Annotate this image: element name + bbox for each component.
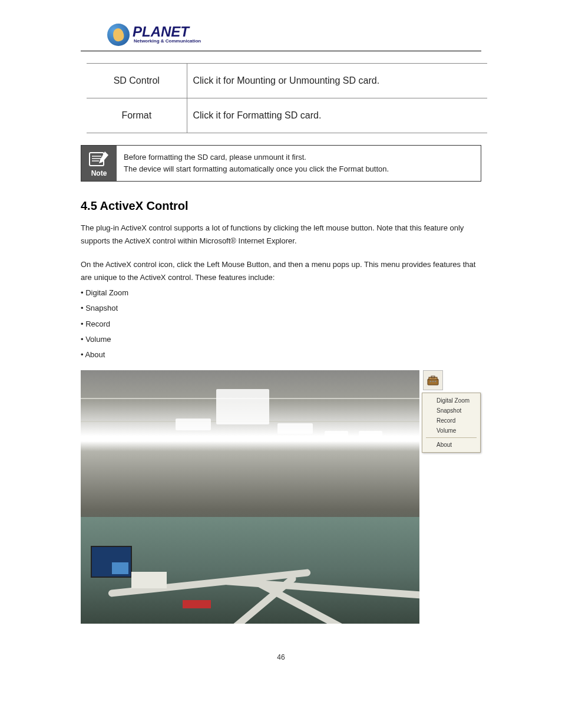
brand-name: PLANET [133, 26, 201, 38]
note-callout: Note Before formatting the SD card, plea… [81, 145, 481, 182]
paragraph-1: The plug-in ActiveX control supports a l… [81, 222, 481, 248]
menu-item-snapshot[interactable]: Snapshot [422, 406, 480, 416]
brand-tagline: Networking & Communication [134, 38, 201, 44]
bullet-item: • About [81, 348, 481, 361]
menu-item-volume[interactable]: Volume [422, 426, 480, 436]
cell-label: SD Control [87, 64, 187, 98]
note-icon [87, 149, 111, 168]
bullet-item: • Record [81, 318, 481, 331]
menu-item-about[interactable]: About [422, 440, 480, 450]
section-heading: 4.5 ActiveX Control [81, 199, 481, 213]
camera-live-view[interactable] [81, 370, 419, 624]
context-panel: Digital Zoom Snapshot Record Volume Abou… [422, 370, 481, 453]
spec-table: SD Control Click it for Mounting or Unmo… [87, 63, 487, 133]
svg-point-9 [435, 381, 437, 383]
note-text: Before formatting the SD card, please un… [117, 146, 396, 181]
document-page: PLANET Networking & Communication SD Con… [0, 0, 562, 697]
note-line-2: The device will start formatting automat… [124, 163, 389, 175]
note-line-1: Before formatting the SD card, please un… [124, 151, 389, 163]
cell-label: Format [87, 98, 187, 133]
note-icon-cell: Note [81, 146, 117, 181]
table-row: Format Click it for Formatting SD card. [87, 98, 487, 133]
bullet-item: • Digital Zoom [81, 286, 481, 299]
header-rule [81, 51, 481, 51]
bullet-item: • Volume [81, 333, 481, 346]
planet-globe-icon [107, 24, 130, 46]
context-menu: Digital Zoom Snapshot Record Volume Abou… [422, 393, 481, 453]
menu-separator [426, 437, 477, 438]
table-row: SD Control Click it for Mounting or Unmo… [87, 64, 487, 98]
svg-point-8 [432, 381, 434, 383]
menu-item-record[interactable]: Record [422, 416, 480, 426]
brand-logo: PLANET Networking & Communication [81, 24, 481, 46]
menu-item-digital-zoom[interactable]: Digital Zoom [422, 396, 480, 406]
cell-desc: Click it for Formatting SD card. [187, 98, 487, 133]
cell-desc: Click it for Mounting or Unmounting SD c… [187, 64, 487, 98]
bullet-item: • Snapshot [81, 302, 481, 315]
paragraph-2: On the ActiveX control icon, click the L… [81, 258, 481, 284]
note-label: Note [91, 169, 107, 177]
page-number: 46 [81, 653, 481, 661]
activex-control-icon[interactable] [423, 370, 443, 390]
toolbox-icon [426, 373, 440, 387]
screenshot-row: Digital Zoom Snapshot Record Volume Abou… [81, 370, 481, 624]
svg-point-7 [430, 381, 432, 383]
